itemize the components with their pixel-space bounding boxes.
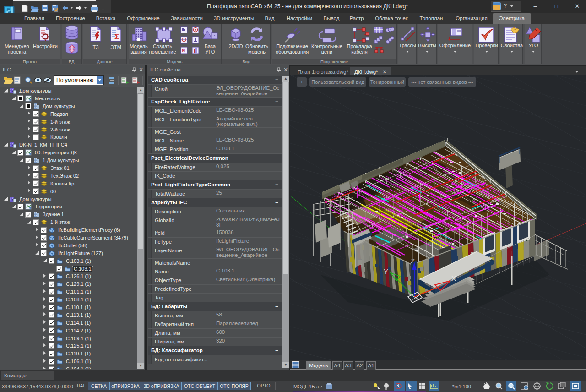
svg-text:Z: Z xyxy=(411,257,415,265)
svg-text:Y: Y xyxy=(384,267,388,275)
svg-text:X: X xyxy=(451,274,456,282)
svg-text:Σ: Σ xyxy=(114,33,119,41)
svg-text:a↗: a↗ xyxy=(316,384,323,389)
svg-text:N: N xyxy=(182,48,185,53)
